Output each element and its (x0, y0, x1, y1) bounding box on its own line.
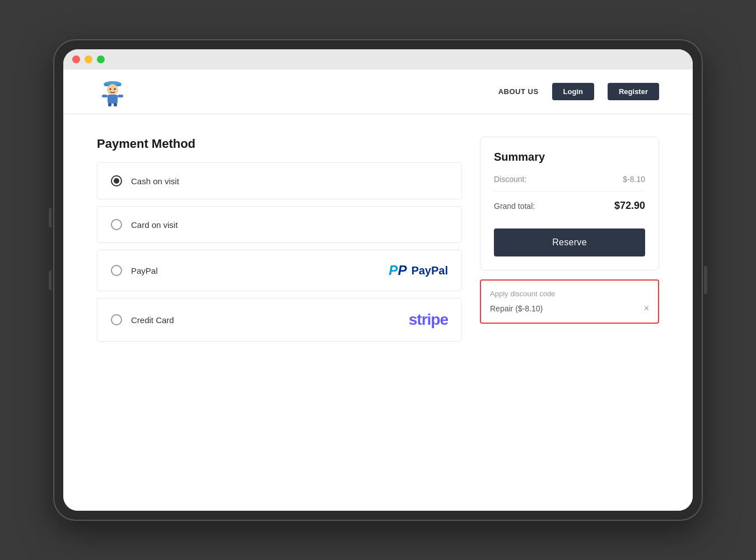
payment-option-cash[interactable]: Cash on visit (97, 162, 462, 199)
payment-option-card[interactable]: Card on visit (97, 206, 462, 243)
side-button-mid (49, 270, 52, 290)
option-label-credit: Credit Card (131, 315, 174, 325)
option-left-paypal: PayPal (111, 265, 158, 276)
paypal-p2-icon: P (398, 263, 407, 278)
svg-rect-8 (108, 103, 111, 106)
reserve-button[interactable]: Reserve (494, 228, 645, 256)
payment-options: Cash on visit Card on visit (97, 162, 462, 348)
about-us-link[interactable]: ABOUT US (498, 87, 539, 96)
option-label-cash: Cash on visit (131, 176, 179, 186)
apply-discount-title: Apply discount code (490, 290, 649, 298)
paypal-p-icon: P (389, 263, 398, 278)
discount-code-label: Repair ($-8.10) (490, 304, 543, 313)
login-button[interactable]: Login (552, 83, 594, 100)
radio-paypal[interactable] (111, 265, 122, 276)
register-button[interactable]: Register (608, 83, 659, 100)
svg-rect-5 (108, 95, 118, 104)
traffic-light-red[interactable] (72, 55, 80, 63)
discount-label: Discount: (494, 175, 526, 184)
summary-divider (494, 192, 645, 192)
paypal-logo: P P PayPal (389, 263, 448, 278)
logo-area (97, 76, 128, 107)
payment-method-title: Payment Method (97, 137, 462, 151)
option-left-cash: Cash on visit (111, 175, 179, 186)
payment-option-credit[interactable]: Credit Card stripe (97, 298, 462, 342)
option-left-credit: Credit Card (111, 314, 174, 325)
nav-right: ABOUT US Login Register (498, 83, 659, 100)
svg-rect-7 (118, 95, 123, 97)
paypal-text: PayPal (411, 264, 448, 277)
radio-card[interactable] (111, 219, 122, 230)
discount-code-row: Repair ($-8.10) × (490, 304, 649, 314)
title-bar (63, 49, 693, 69)
grand-total-label: Grand total: (494, 202, 535, 211)
browser-content: ABOUT US Login Register Payment Method (63, 69, 693, 511)
navbar: ABOUT US Login Register (63, 69, 693, 114)
traffic-light-green[interactable] (97, 55, 105, 63)
radio-cash[interactable] (111, 175, 122, 186)
device-frame: ABOUT US Login Register Payment Method (53, 39, 703, 521)
traffic-light-yellow[interactable] (85, 55, 92, 63)
radio-cash-inner (114, 178, 119, 184)
side-button-right (704, 266, 707, 294)
discount-value: $-8.10 (623, 175, 645, 184)
discount-box: Apply discount code Repair ($-8.10) × (480, 279, 659, 324)
payment-option-paypal[interactable]: PayPal P P PayPal (97, 250, 462, 291)
grand-total-row: Grand total: $72.90 (494, 200, 645, 212)
option-label-paypal: PayPal (131, 266, 158, 276)
svg-rect-6 (102, 95, 108, 97)
option-left-card: Card on visit (111, 219, 178, 230)
side-button-top (49, 208, 52, 227)
summary-title: Summary (494, 151, 645, 164)
right-panel: Summary Discount: $-8.10 Grand total: $7… (480, 137, 659, 488)
svg-point-4 (114, 88, 115, 90)
radio-credit[interactable] (111, 314, 122, 325)
logo-icon (97, 76, 128, 107)
main-content: Payment Method Cash on visit (63, 114, 693, 511)
discount-row: Discount: $-8.10 (494, 175, 645, 184)
device-screen: ABOUT US Login Register Payment Method (63, 49, 693, 511)
summary-card: Summary Discount: $-8.10 Grand total: $7… (480, 137, 659, 270)
svg-point-2 (107, 84, 118, 95)
discount-remove-button[interactable]: × (644, 304, 649, 314)
stripe-logo: stripe (409, 311, 448, 329)
option-label-card: Card on visit (131, 220, 178, 230)
grand-total-value: $72.90 (614, 200, 645, 212)
svg-rect-9 (114, 103, 117, 106)
svg-point-3 (109, 88, 111, 90)
left-panel: Payment Method Cash on visit (97, 137, 462, 488)
